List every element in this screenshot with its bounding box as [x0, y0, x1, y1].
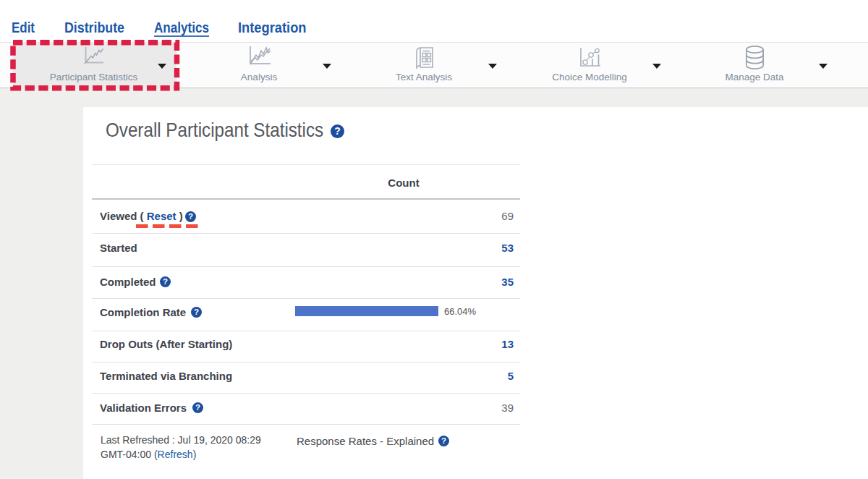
- svg-text:?: ?: [195, 403, 200, 412]
- svg-text:?: ?: [194, 308, 199, 316]
- svg-text:?: ?: [334, 125, 341, 137]
- svg-text:?: ?: [441, 436, 446, 445]
- svg-text:?: ?: [162, 277, 167, 286]
- svg-text:?: ?: [188, 212, 193, 221]
